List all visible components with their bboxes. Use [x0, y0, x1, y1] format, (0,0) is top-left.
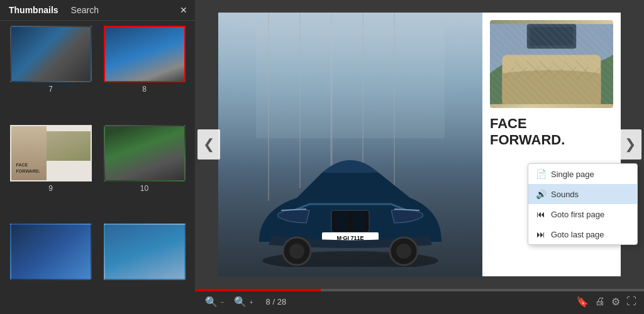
list-item[interactable] — [5, 224, 96, 309]
menu-item-sounds[interactable]: 🔊 Sounds — [528, 184, 637, 204]
viewer-content: ❮ — [195, 0, 644, 289]
interior-image — [490, 20, 613, 108]
toolbar-right: 🔖 🖨 ⚙ ⛶ — [576, 296, 636, 308]
print-icon[interactable]: 🖨 — [595, 296, 605, 307]
page-info: 8 / 28 — [266, 297, 287, 306]
face-forward-mini: FACEFORWARD. — [16, 162, 40, 173]
zoom-in-icon: 🔍 — [234, 296, 247, 307]
single-page-icon: 📄 — [536, 169, 546, 179]
thumbnail-8[interactable] — [104, 26, 186, 82]
progress-fill — [195, 289, 321, 291]
viewer-toolbar: 🔍 − 🔍 + 8 / 28 🔖 🖨 ⚙ ⛶ — [195, 289, 644, 314]
menu-item-goto-first[interactable]: ⏮ Goto first page — [528, 204, 637, 224]
menu-label-goto-first: Goto first page — [551, 210, 604, 219]
svg-rect-9 — [352, 212, 366, 230]
sidebar: Thumbnails Search ✕ 7 8 FACEFORWARD. — [0, 0, 195, 314]
goto-last-icon: ⏭ — [536, 229, 546, 239]
svg-rect-18 — [490, 24, 613, 104]
next-page-button[interactable]: ❯ — [619, 129, 641, 160]
svg-rect-8 — [335, 212, 348, 230]
thumb-label-10: 10 — [140, 184, 148, 193]
list-item[interactable]: FACEFORWARD. 9 — [5, 125, 96, 222]
goto-first-icon: ⏮ — [536, 209, 546, 219]
zoom-out-button[interactable]: 🔍 − — [203, 295, 226, 309]
thumbnail-12[interactable] — [104, 224, 186, 280]
thumb-label-8: 8 — [142, 85, 147, 94]
zoom-out-icon: 🔍 — [205, 296, 218, 307]
menu-label-goto-last: Goto last page — [551, 230, 604, 239]
menu-item-goto-last[interactable]: ⏭ Goto last page — [528, 224, 637, 244]
tab-thumbnails[interactable]: Thumbnails — [6, 4, 61, 16]
svg-rect-20 — [527, 24, 576, 48]
zoom-in-plus: + — [250, 299, 253, 306]
bookmark-icon[interactable]: 🔖 — [576, 296, 589, 308]
face-forward-heading: FACE FORWARD. — [490, 116, 613, 149]
fullscreen-icon[interactable]: ⛶ — [626, 296, 636, 307]
viewer: ❮ — [195, 0, 644, 314]
app-wrapper: Thumbnails Search ✕ 7 8 FACEFORWARD. — [0, 0, 644, 314]
sidebar-header: Thumbnails Search ✕ — [0, 0, 195, 21]
progress-bar — [195, 289, 644, 291]
svg-rect-19 — [502, 55, 601, 104]
zoom-out-minus: − — [220, 299, 224, 306]
thumbnail-grid: 7 8 FACEFORWARD. 9 10 — [0, 21, 195, 314]
page-current: 8 — [266, 297, 270, 306]
thumbnail-9[interactable]: FACEFORWARD. — [10, 125, 92, 181]
list-item[interactable]: 10 — [99, 125, 190, 222]
close-sidebar-button[interactable]: ✕ — [177, 4, 190, 16]
page-separator: / — [272, 297, 277, 306]
svg-rect-21 — [530, 27, 574, 45]
context-menu: 📄 Single page 🔊 Sounds ⏮ Goto first page… — [528, 163, 638, 245]
list-item[interactable] — [99, 224, 190, 309]
sounds-icon: 🔊 — [536, 189, 546, 199]
page-total: 28 — [277, 297, 286, 306]
thumbnail-11[interactable] — [10, 224, 92, 280]
menu-label-single-page: Single page — [551, 170, 594, 179]
list-item[interactable]: 8 — [99, 26, 190, 122]
tab-search[interactable]: Search — [69, 4, 101, 16]
svg-rect-5 — [256, 25, 445, 138]
menu-label-sounds: Sounds — [551, 190, 579, 199]
svg-point-15 — [289, 244, 304, 259]
page-left: M·GI 711E — [218, 13, 482, 276]
settings-icon[interactable]: ⚙ — [611, 296, 620, 308]
list-item[interactable]: 7 — [5, 26, 96, 122]
zoom-in-button[interactable]: 🔍 + — [231, 295, 255, 309]
svg-point-17 — [396, 244, 411, 259]
thumb-label-7: 7 — [48, 85, 53, 94]
thumb-label-9: 9 — [48, 184, 53, 193]
menu-item-single-page[interactable]: 📄 Single page — [528, 164, 637, 184]
prev-page-button[interactable]: ❮ — [197, 129, 220, 160]
thumbnail-7[interactable] — [10, 26, 92, 82]
thumbnail-10[interactable] — [104, 125, 186, 181]
